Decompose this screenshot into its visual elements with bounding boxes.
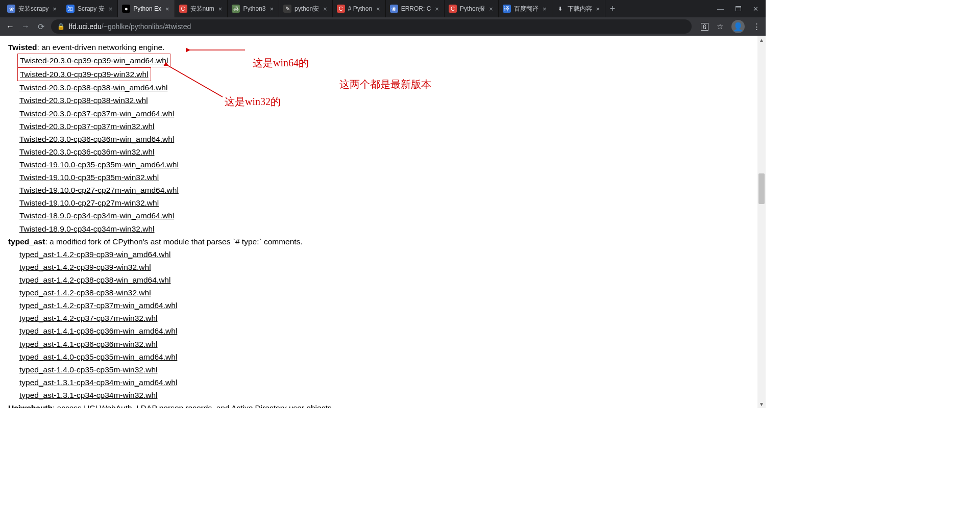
download-link[interactable]: Twisted-20.3.0-cp38-cp38-win32.whl: [19, 94, 148, 107]
download-link[interactable]: Twisted-19.10.0-cp27-cp27m-win_amd64.whl: [19, 184, 179, 196]
package-name: typed_ast: [8, 237, 45, 246]
tab-close-button[interactable]: ×: [542, 5, 548, 13]
tab-favicon-icon: ⬇: [556, 5, 565, 13]
download-link[interactable]: typed_ast-1.4.1-cp36-cp36m-win32.whl: [19, 338, 158, 350]
tab-title: Python3: [243, 5, 265, 12]
window-controls: ― 🗖 ✕: [710, 0, 766, 17]
browser-tab[interactable]: ⬇下载内容×: [552, 0, 606, 17]
list-item: typed_ast-1.4.1-cp36-cp36m-win32.whl: [19, 338, 757, 350]
vertical-scrollbar[interactable]: ▲ ▼: [757, 36, 766, 408]
tab-title: ERROR: C: [401, 5, 431, 12]
tab-close-button[interactable]: ×: [322, 5, 328, 13]
kebab-menu-button[interactable]: ⋮: [753, 22, 761, 31]
download-link[interactable]: Twisted-20.3.0-cp36-cp36m-win_amd64.whl: [19, 133, 174, 145]
new-tab-button[interactable]: +: [605, 0, 620, 17]
browser-tab[interactable]: C安装num×: [175, 0, 228, 17]
window-close-button[interactable]: ✕: [753, 5, 758, 13]
list-item: typed_ast-1.4.2-cp39-cp39-win_amd64.whl: [19, 248, 757, 261]
url-domain: lfd.uci.edu: [69, 22, 102, 31]
bookmark-star-icon[interactable]: ☆: [717, 22, 723, 31]
list-item: typed_ast-1.4.2-cp37-cp37m-win_amd64.whl: [19, 299, 757, 312]
scroll-up-arrow-icon[interactable]: ▲: [757, 36, 766, 44]
nav-forward-button[interactable]: →: [20, 22, 31, 31]
tab-favicon-icon: ●: [122, 5, 130, 13]
download-link[interactable]: typed_ast-1.4.2-cp39-cp39-win32.whl: [19, 261, 151, 273]
list-item: typed_ast-1.4.2-cp38-cp38-win_amd64.whl: [19, 273, 757, 286]
download-link[interactable]: Twisted-18.9.0-cp34-cp34m-win_amd64.whl: [19, 209, 174, 222]
translate-icon[interactable]: 🄶: [701, 22, 708, 31]
browser-tab[interactable]: ✎python安×: [279, 0, 333, 17]
nav-reload-button[interactable]: ⟳: [36, 22, 46, 32]
download-link[interactable]: Twisted-20.3.0-cp39-cp39-win_amd64.whl: [17, 54, 170, 67]
browser-tab[interactable]: ●Python Ex×: [118, 0, 175, 17]
browser-tab-strip: ❀安装scrapy×知Scrapy 安×●Python Ex×C安装num×菜P…: [0, 0, 766, 17]
browser-tab[interactable]: 知Scrapy 安×: [62, 0, 118, 17]
package-name: Uciwebauth: [8, 403, 53, 408]
download-link[interactable]: typed_ast-1.4.2-cp37-cp37m-win_amd64.whl: [19, 299, 177, 312]
nav-back-button[interactable]: ←: [5, 22, 15, 31]
list-item: typed_ast-1.3.1-cp34-cp34m-win32.whl: [19, 389, 757, 401]
tab-close-button[interactable]: ×: [595, 5, 601, 13]
browser-tab[interactable]: C# Python×: [333, 0, 386, 17]
package-name: Twisted: [8, 43, 37, 52]
download-link[interactable]: Twisted-20.3.0-cp37-cp37m-win32.whl: [19, 120, 154, 133]
profile-avatar-button[interactable]: 👤: [731, 20, 745, 33]
list-item: typed_ast-1.4.0-cp35-cp35m-win32.whl: [19, 363, 757, 376]
tab-close-button[interactable]: ×: [164, 5, 170, 13]
scroll-down-arrow-icon[interactable]: ▼: [757, 400, 766, 408]
download-link[interactable]: typed_ast-1.4.0-cp35-cp35m-win_amd64.whl: [19, 350, 177, 363]
tab-title: 安装scrapy: [18, 5, 48, 13]
toolbar-right: 🄶 ☆ 👤 ⋮: [697, 20, 761, 33]
package-heading: Uciwebauth: access UCI WebAuth, LDAP per…: [8, 401, 757, 408]
download-link[interactable]: Twisted-19.10.0-cp35-cp35m-win_amd64.whl: [19, 158, 179, 171]
page-content: Twisted: an event-driven networking engi…: [0, 36, 766, 408]
download-link[interactable]: typed_ast-1.4.2-cp38-cp38-win_amd64.whl: [19, 273, 170, 286]
download-link[interactable]: typed_ast-1.4.2-cp37-cp37m-win32.whl: [19, 312, 158, 324]
list-item: typed_ast-1.4.2-cp37-cp37m-win32.whl: [19, 312, 757, 324]
list-item: typed_ast-1.4.1-cp36-cp36m-win_amd64.whl: [19, 324, 757, 337]
download-link[interactable]: Twisted-20.3.0-cp38-cp38-win_amd64.whl: [19, 81, 167, 94]
list-item: Twisted-19.10.0-cp35-cp35m-win32.whl: [19, 171, 757, 184]
url-path: /~gohlke/pythonlibs/#twisted: [102, 22, 191, 31]
window-maximize-button[interactable]: 🗖: [735, 5, 742, 13]
download-link[interactable]: Twisted-19.10.0-cp27-cp27m-win32.whl: [19, 196, 159, 209]
list-item: typed_ast-1.4.2-cp39-cp39-win32.whl: [19, 261, 757, 273]
tab-close-button[interactable]: ×: [108, 5, 114, 13]
list-item: Twisted-20.3.0-cp38-cp38-win32.whl: [19, 94, 757, 107]
tab-close-button[interactable]: ×: [52, 5, 58, 13]
download-link[interactable]: typed_ast-1.3.1-cp34-cp34m-win_amd64.whl: [19, 376, 177, 389]
browser-tab[interactable]: CPython报×: [445, 0, 499, 17]
list-item: Twisted-20.3.0-cp36-cp36m-win_amd64.whl: [19, 133, 757, 145]
scroll-thumb[interactable]: [758, 173, 765, 204]
tab-title: python安: [295, 5, 319, 13]
download-link[interactable]: Twisted-20.3.0-cp37-cp37m-win_amd64.whl: [19, 107, 174, 120]
download-link[interactable]: typed_ast-1.4.1-cp36-cp36m-win_amd64.whl: [19, 324, 177, 337]
list-item: typed_ast-1.4.0-cp35-cp35m-win_amd64.whl: [19, 350, 757, 363]
download-link[interactable]: Twisted-20.3.0-cp36-cp36m-win32.whl: [19, 145, 154, 158]
tab-close-button[interactable]: ×: [488, 5, 494, 13]
browser-tab[interactable]: 译百度翻译×: [499, 0, 552, 17]
download-link[interactable]: Twisted-19.10.0-cp35-cp35m-win32.whl: [19, 171, 159, 184]
browser-tab[interactable]: ❀ERROR: C×: [386, 0, 445, 17]
list-item: Twisted-19.10.0-cp27-cp27m-win_amd64.whl: [19, 184, 757, 196]
tab-favicon-icon: ✎: [283, 5, 291, 13]
download-link[interactable]: Twisted-20.3.0-cp39-cp39-win32.whl: [17, 67, 151, 81]
download-link[interactable]: typed_ast-1.4.2-cp39-cp39-win_amd64.whl: [19, 248, 170, 261]
tab-favicon-icon: ❀: [7, 5, 15, 13]
download-link[interactable]: typed_ast-1.4.2-cp38-cp38-win32.whl: [19, 286, 151, 299]
list-item: typed_ast-1.3.1-cp34-cp34m-win_amd64.whl: [19, 376, 757, 389]
address-bar[interactable]: 🔒 lfd.uci.edu/~gohlke/pythonlibs/#twiste…: [51, 19, 692, 34]
download-link[interactable]: typed_ast-1.4.0-cp35-cp35m-win32.whl: [19, 363, 158, 376]
tab-close-button[interactable]: ×: [375, 5, 381, 13]
download-link[interactable]: typed_ast-1.3.1-cp34-cp34m-win32.whl: [19, 389, 158, 401]
package-heading: typed_ast: a modified fork of CPython's …: [8, 235, 757, 248]
tab-close-button[interactable]: ×: [269, 5, 275, 13]
download-link[interactable]: Twisted-18.9.0-cp34-cp34m-win32.whl: [19, 222, 154, 235]
tab-close-button[interactable]: ×: [217, 5, 224, 13]
window-minimize-button[interactable]: ―: [717, 5, 724, 13]
tab-title: # Python: [348, 5, 372, 12]
browser-tab[interactable]: 菜Python3×: [228, 0, 279, 17]
tab-close-button[interactable]: ×: [434, 5, 440, 13]
browser-tab[interactable]: ❀安装scrapy×: [3, 0, 62, 17]
package-heading: Twisted: an event-driven networking engi…: [8, 41, 757, 54]
